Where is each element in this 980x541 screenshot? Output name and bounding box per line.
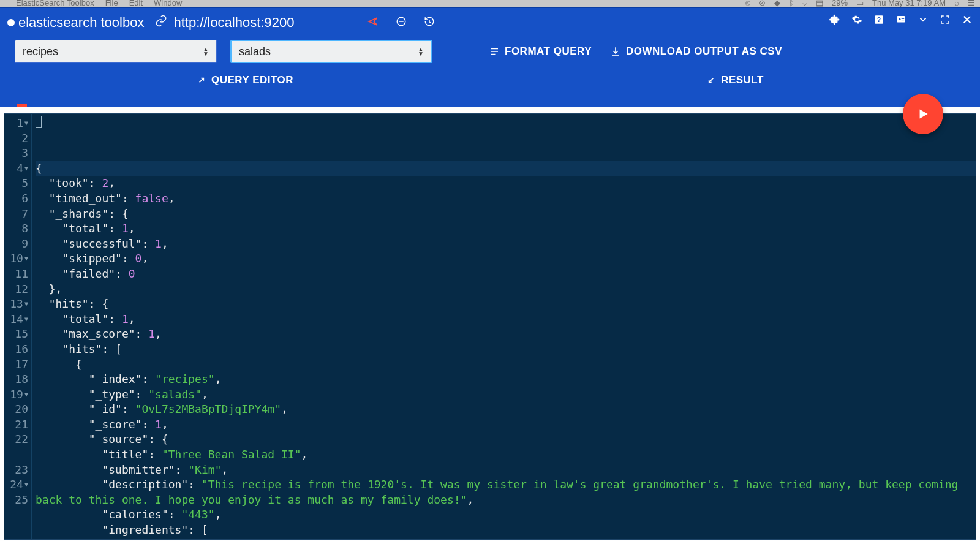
run-query-fab[interactable] (903, 94, 943, 134)
fold-icon[interactable]: ▼ (24, 116, 28, 131)
app-name-menu[interactable]: ElasticSearch Toolbox (16, 0, 94, 7)
code-line[interactable]: { (36, 161, 976, 176)
gutter-line: 24▼ (4, 477, 30, 493)
code-line[interactable]: "max_score": 1, (36, 327, 976, 342)
gutter-line: 6 (4, 191, 30, 206)
svg-point-7 (899, 18, 900, 20)
gutter-line: 16 (4, 342, 30, 357)
fold-icon[interactable]: ▼ (24, 387, 28, 403)
svg-text:?: ? (877, 16, 881, 23)
do-not-disturb-icon[interactable]: ⊘ (759, 0, 766, 7)
clock: Thu May 31 7:19 AM (872, 0, 946, 7)
code-line[interactable]: "_type": "salads", (36, 387, 976, 403)
code-line[interactable]: "title": "Three Bean Salad II", (36, 447, 976, 463)
extension-icon[interactable] (829, 14, 840, 25)
svg-rect-6 (897, 16, 905, 23)
code-line[interactable]: { (36, 538, 976, 540)
download-csv-label: DOWNLOAD OUTPUT AS CSV (626, 45, 782, 58)
gutter-line: 7 (4, 206, 30, 222)
logo-icon (7, 19, 15, 26)
code-line[interactable]: }, (36, 282, 976, 297)
server-url[interactable]: http://localhost:9200 (173, 15, 294, 31)
gutter-line: 15 (4, 327, 30, 342)
account-icon[interactable] (895, 14, 907, 25)
gutter-line: 9 (4, 236, 30, 252)
code-editor[interactable]: 1▼234▼5678910▼111213▼14▼1516171819▼20212… (4, 113, 976, 540)
fold-icon[interactable]: ▼ (24, 251, 28, 267)
code-line[interactable]: "skipped": 0, (36, 251, 976, 267)
code-line[interactable]: back to this one. I hope you enjoy it as… (36, 493, 976, 508)
code-line[interactable]: "description": "This recipe is from the … (36, 477, 976, 493)
code-line[interactable]: "calories": "443", (36, 507, 976, 523)
chevron-down-icon[interactable] (918, 14, 929, 25)
remove-icon[interactable] (396, 16, 407, 29)
flag-icon[interactable]: ▤ (816, 0, 823, 7)
code-line[interactable]: "total": 1, (36, 312, 976, 327)
gutter-line: 18 (4, 372, 30, 387)
help-icon[interactable]: ? (873, 14, 884, 25)
gutter-line: 4▼ (4, 161, 30, 176)
code-line[interactable]: "hits": { (36, 297, 976, 312)
index-select[interactable]: recipes ▲▼ (15, 40, 217, 63)
cursor (36, 116, 42, 128)
code-line[interactable]: "hits": [ (36, 342, 976, 357)
code-line[interactable]: "total": 1, (36, 221, 976, 236)
gutter-line: 23 (4, 463, 30, 478)
control-center-icon[interactable]: ☰ (968, 0, 975, 7)
gutter-line: 2 (4, 131, 30, 146)
fold-icon[interactable]: ▼ (24, 297, 28, 312)
index-select-value: recipes (23, 45, 58, 58)
code-line[interactable]: "_shards": { (36, 206, 976, 222)
app-logo: elasticsearch toolbox (7, 15, 144, 31)
gutter-line: 12 (4, 282, 30, 297)
code-line[interactable]: "failed": 0 (36, 267, 976, 282)
fullscreen-icon[interactable] (940, 14, 951, 25)
app-header: elasticsearch toolbox http://localhost:9… (0, 7, 980, 107)
tab-result[interactable]: RESULT (490, 74, 980, 86)
fold-icon[interactable]: ▼ (24, 161, 28, 176)
history-icon[interactable] (424, 16, 435, 29)
wifi-icon[interactable]: ⌵ (802, 0, 807, 7)
fold-icon[interactable]: ▼ (24, 477, 28, 493)
type-select[interactable]: salads ▲▼ (230, 40, 432, 63)
code-line[interactable]: "_score": 1, (36, 417, 976, 433)
code-line[interactable]: { (36, 357, 976, 373)
bluetooth-icon[interactable]: ᛒ (789, 0, 794, 7)
gutter-line: 21 (4, 417, 30, 433)
fold-icon[interactable]: ▼ (24, 312, 28, 327)
code-line[interactable]: "submitter": "Kim", (36, 463, 976, 478)
svg-rect-8 (902, 18, 905, 19)
chevron-updown-icon: ▲▼ (418, 47, 424, 56)
code-line[interactable]: "successful": 1, (36, 236, 976, 252)
gutter-line: 20 (4, 402, 30, 417)
menu-window[interactable]: Window (154, 0, 182, 7)
tab-query-editor[interactable]: QUERY EDITOR (0, 74, 490, 86)
tab-result-label: RESULT (721, 74, 764, 86)
download-csv-button[interactable]: DOWNLOAD OUTPUT AS CSV (610, 45, 782, 58)
menu-file[interactable]: File (105, 0, 118, 7)
gutter-line: 14▼ (4, 312, 30, 327)
svg-line-3 (429, 22, 431, 23)
code-line[interactable]: "_index": "recipes", (36, 372, 976, 387)
dropbox-icon[interactable]: ◆ (774, 0, 780, 7)
svg-line-18 (709, 78, 714, 83)
spotlight-icon[interactable]: ⌕ (954, 0, 959, 7)
code-line[interactable]: "_id": "OvL7s2MBaBpTDjqIPY4m", (36, 402, 976, 417)
settings-icon[interactable] (851, 14, 862, 25)
chevron-updown-icon: ▲▼ (203, 47, 209, 56)
code-line[interactable]: "_source": { (36, 432, 976, 447)
code-line[interactable]: "ingredients": [ (36, 523, 976, 538)
code-line[interactable]: "took": 2, (36, 176, 976, 191)
code-body[interactable]: { "took": 2, "timed_out": false, "_shard… (32, 113, 976, 540)
github-icon[interactable]: ⎋ (745, 0, 750, 7)
code-line[interactable]: "timed_out": false, (36, 191, 976, 206)
menu-edit[interactable]: Edit (129, 0, 143, 7)
send-request-icon[interactable] (368, 16, 379, 29)
close-icon[interactable] (962, 14, 973, 25)
svg-rect-9 (902, 20, 905, 20)
app-title: elasticsearch toolbox (18, 15, 144, 31)
format-query-button[interactable]: FORMAT QUERY (489, 45, 592, 58)
format-query-label: FORMAT QUERY (505, 45, 592, 58)
svg-line-17 (200, 78, 204, 83)
gutter-line: 13▼ (4, 297, 30, 312)
